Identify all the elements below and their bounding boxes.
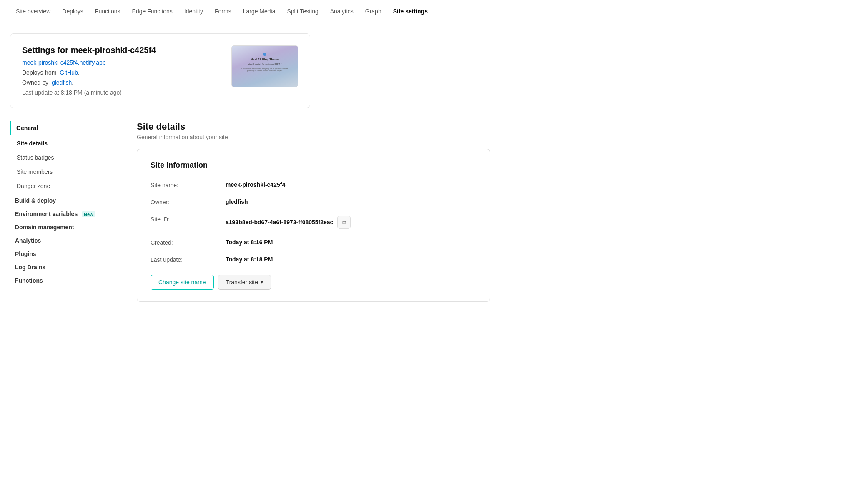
owner-link[interactable]: gledfish: [52, 79, 72, 86]
nav-site-settings[interactable]: Site settings: [387, 0, 434, 23]
nav-forms[interactable]: Forms: [209, 0, 237, 23]
deploys-from: Deploys from GitHub.: [22, 69, 156, 76]
sidebar-section-analytics: Analytics: [10, 233, 118, 246]
nav-large-media[interactable]: Large Media: [237, 0, 281, 23]
nav-functions[interactable]: Functions: [89, 0, 126, 23]
site-id-label: Site ID:: [151, 216, 226, 223]
sidebar-section-general: General: [10, 121, 118, 135]
site-card-title: Settings for meek-piroshki-c425f4: [22, 45, 156, 55]
sidebar-section-plugins: Plugins: [10, 246, 118, 260]
sidebar-item-status-badges[interactable]: Status badges: [10, 150, 118, 165]
site-url-link[interactable]: meek-piroshki-c425f4.netlify.app: [22, 59, 106, 66]
last-update-value: Today at 8:18 PM: [226, 256, 273, 263]
transfer-site-button[interactable]: Transfer site ▾: [218, 275, 271, 290]
owned-by: Owned by gledfish.: [22, 79, 156, 86]
site-name-value: meek-piroshki-c425f4: [226, 181, 285, 188]
created-label: Created:: [151, 239, 226, 246]
nav-edge-functions[interactable]: Edge Functions: [126, 0, 178, 23]
transfer-site-label: Transfer site: [226, 279, 258, 286]
change-site-name-button[interactable]: Change site name: [151, 275, 214, 290]
site-id-container: a193b8ed-bd67-4a6f-8973-ff08055f2eac ⧉: [226, 216, 351, 229]
sidebar-section-build-deploy: Build & deploy: [10, 193, 118, 206]
copy-icon: ⧉: [342, 219, 346, 226]
site-thumbnail: Next JS Blog Theme Mental models for des…: [231, 45, 298, 87]
github-link[interactable]: GitHub: [60, 69, 78, 76]
owner-label: Owner:: [151, 198, 226, 206]
chevron-down-icon: ▾: [261, 279, 263, 285]
nav-site-overview[interactable]: Site overview: [10, 0, 56, 23]
site-information-box: Site information Site name: meek-piroshk…: [137, 149, 490, 302]
copy-site-id-button[interactable]: ⧉: [337, 216, 351, 229]
created-value: Today at 8:16 PM: [226, 239, 273, 246]
page-subtitle: General information about your site: [137, 134, 490, 140]
page-title: Site details: [137, 121, 490, 132]
sidebar-section-functions: Functions: [10, 273, 118, 286]
sidebar-section-env-vars: Environment variables New: [10, 206, 118, 220]
owner-value: gledfish: [226, 198, 248, 205]
env-vars-badge: New: [82, 211, 95, 217]
nav-graph[interactable]: Graph: [359, 0, 387, 23]
sidebar-item-danger-zone[interactable]: Danger zone: [10, 179, 118, 193]
sidebar-section-domain-mgmt: Domain management: [10, 220, 118, 233]
owner-row: Owner: gledfish: [151, 198, 477, 206]
site-name-row: Site name: meek-piroshki-c425f4: [151, 181, 477, 188]
top-nav: Site overview Deploys Functions Edge Fun…: [0, 0, 843, 23]
last-update-row: Last update: Today at 8:18 PM: [151, 256, 477, 263]
info-box-heading: Site information: [151, 161, 477, 170]
sidebar-item-site-details[interactable]: Site details: [10, 136, 118, 150]
site-name-label: Site name:: [151, 181, 226, 188]
sidebar-item-site-members[interactable]: Site members: [10, 165, 118, 179]
main-panel: Site details General information about y…: [127, 121, 490, 302]
sidebar-section-log-drains: Log Drains: [10, 260, 118, 273]
site-id-value: a193b8ed-bd67-4a6f-8973-ff08055f2eac: [226, 219, 333, 226]
nav-split-testing[interactable]: Split Testing: [281, 0, 324, 23]
action-buttons: Change site name Transfer site ▾: [151, 275, 477, 290]
site-id-row: Site ID: a193b8ed-bd67-4a6f-8973-ff08055…: [151, 216, 477, 229]
nav-deploys[interactable]: Deploys: [56, 0, 89, 23]
nav-analytics[interactable]: Analytics: [324, 0, 359, 23]
sidebar: General Site details Status badges Site …: [10, 121, 127, 302]
site-info-card: Settings for meek-piroshki-c425f4 meek-p…: [10, 33, 310, 108]
created-row: Created: Today at 8:16 PM: [151, 239, 477, 246]
last-update-label: Last update:: [151, 256, 226, 263]
last-update: Last update at 8:18 PM (a minute ago): [22, 89, 156, 96]
nav-identity[interactable]: Identity: [178, 0, 209, 23]
